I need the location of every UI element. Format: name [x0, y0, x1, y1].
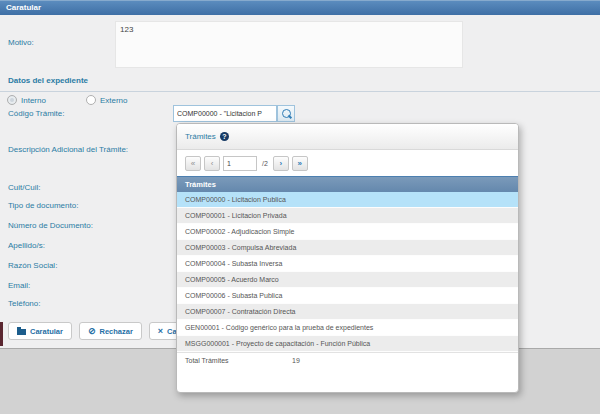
page-total-label: /2 [262, 160, 268, 167]
tramites-modal: Trámites ? « ‹ /2 › » Trámites COMP00000… [176, 123, 519, 393]
table-row[interactable]: COMP00007 - Contratación Directa [177, 304, 518, 320]
table-row[interactable]: COMP00001 - Licitacion Privada [177, 208, 518, 224]
table-row[interactable]: COMP00000 - Licitacion Publica [177, 192, 518, 208]
form-title-bar: Caratular [0, 0, 600, 15]
table-footer: Total Trámites 19 [177, 352, 518, 369]
motivo-textarea[interactable]: 123 [115, 21, 463, 68]
rechazar-button[interactable]: ⊘ Rechazar [79, 322, 142, 340]
tipo-documento-label: Tipo de documento: [8, 201, 78, 210]
total-tramites-label: Total Trámites [185, 353, 229, 369]
ban-icon: ⊘ [88, 327, 96, 336]
tramites-modal-title: Trámites [185, 132, 216, 141]
table-row[interactable]: COMP00006 - Subasta Publica [177, 288, 518, 304]
numero-documento-label: Número de Documento: [8, 221, 93, 230]
radio-interno[interactable] [7, 95, 17, 105]
apellidos-label: Apellido/s: [8, 241, 45, 250]
radio-externo-label: Externo [100, 96, 128, 105]
codigo-tramite-label: Código Trámite: [8, 109, 64, 118]
next-page-button[interactable]: › [273, 156, 289, 171]
motivo-label: Motivo: [8, 38, 34, 47]
page-number-input[interactable] [223, 156, 257, 171]
prev-page-button[interactable]: ‹ [204, 156, 220, 171]
descripcion-adicional-label: Descripción Adicional del Trámite: [8, 145, 128, 154]
x-icon: × [158, 327, 163, 336]
caratular-button[interactable]: Caratular [8, 322, 72, 340]
telefono-label: Teléfono: [8, 299, 40, 308]
first-page-button[interactable]: « [185, 156, 201, 171]
form-title: Caratular [6, 3, 41, 12]
table-row[interactable]: COMP00003 - Compulsa Abreviada [177, 240, 518, 256]
search-icon [282, 109, 291, 118]
left-edge-artifact [0, 322, 3, 346]
pagination-bar: « ‹ /2 › » [177, 150, 518, 176]
tipo-expediente-radios: Interno Externo [7, 95, 127, 105]
table-row[interactable]: GEN00001 - Código genérico para la prueb… [177, 320, 518, 336]
table-row[interactable]: MSGG000001 - Proyecto de capacitación - … [177, 336, 518, 352]
email-label: Email: [8, 281, 30, 290]
caratular-screen: Caratular Motivo: 123 Datos del expedien… [0, 0, 600, 414]
codigo-tramite-search-button[interactable] [277, 105, 295, 122]
caratular-button-label: Caratular [30, 327, 63, 336]
tramites-modal-header: Trámites ? [177, 124, 518, 150]
folder-icon [17, 329, 26, 335]
last-page-button[interactable]: » [292, 156, 308, 171]
table-row[interactable]: COMP00005 - Acuerdo Marco [177, 272, 518, 288]
total-tramites-value: 19 [292, 353, 300, 369]
radio-interno-label: Interno [21, 96, 46, 105]
cuit-cuil-label: Cuit/Cuil: [8, 183, 40, 192]
codigo-tramite-input[interactable] [173, 105, 277, 122]
table-header: Trámites [177, 176, 518, 192]
razon-social-label: Razón Social: [8, 261, 57, 270]
radio-externo[interactable] [86, 95, 96, 105]
section-datos-expediente: Datos del expediente [0, 76, 600, 92]
help-icon[interactable]: ? [220, 132, 229, 141]
rechazar-button-label: Rechazar [99, 327, 132, 336]
table-row[interactable]: COMP00004 - Subasta Inversa [177, 256, 518, 272]
tramites-table: Trámites COMP00000 - Licitacion Publica … [177, 176, 518, 369]
table-row[interactable]: COMP00002 - Adjudicacion Simple [177, 224, 518, 240]
